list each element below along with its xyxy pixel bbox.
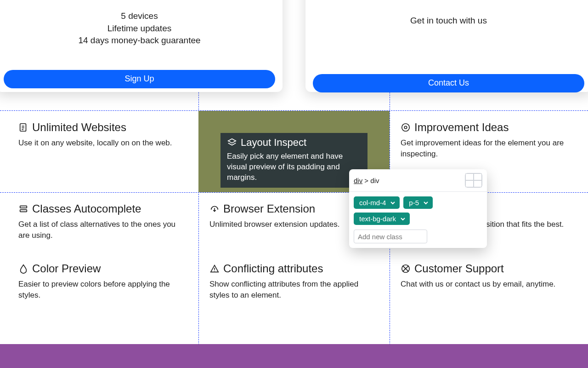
svg-rect-8 <box>20 210 27 212</box>
footer-band <box>0 344 588 368</box>
download-cloud-icon <box>209 204 220 214</box>
target-icon <box>401 122 411 132</box>
feature-desc: Easier to preview colors before applying… <box>18 279 184 301</box>
chip-label: text-bg-dark <box>359 215 396 223</box>
feature-customer-support: Customer Support Chat with us or contact… <box>401 262 555 290</box>
breadcrumb-parent[interactable]: div <box>354 177 362 184</box>
feature-desc: Easily pick any element and have visual … <box>227 151 361 183</box>
class-chip[interactable]: p-5 <box>403 196 433 209</box>
inspector-popup[interactable]: div > div col-md-4 p-5 text-bg-dark <box>349 169 487 248</box>
card-line: Lifetime updates <box>4 23 275 35</box>
droplet-icon <box>18 264 28 274</box>
svg-point-5 <box>402 124 410 132</box>
feature-title: Conflicting attributes <box>223 262 323 275</box>
svg-marker-4 <box>228 139 236 143</box>
pricing-card-enterprise: Get in touch with us Contact Us <box>305 0 588 92</box>
chip-label: col-md-4 <box>359 199 386 207</box>
pricing-card-personal: 5 devices Lifetime updates 14 days money… <box>0 0 283 92</box>
contact-us-button[interactable]: Contact Us <box>313 74 584 92</box>
card-line: 14 days money-back guarantee <box>4 34 275 47</box>
list-icon <box>18 204 28 214</box>
layers-icon <box>227 138 237 148</box>
feature-desc: Show conflicting attributes from the app… <box>209 279 375 301</box>
feature-desc: Use it on any website, locally on on the… <box>18 138 172 149</box>
card-line: 5 devices <box>4 10 275 23</box>
chevron-down-icon <box>390 201 395 205</box>
add-class-input[interactable] <box>354 230 427 243</box>
feature-title: Unlimited Websites <box>32 121 126 134</box>
feature-conflicting-attributes: Conflicting attributes Show conflicting … <box>209 262 375 301</box>
svg-rect-0 <box>20 124 26 132</box>
feature-desc: Get improvement ideas for the element yo… <box>401 138 566 160</box>
sign-up-button[interactable]: Sign Up <box>4 70 275 88</box>
class-chip[interactable]: text-bg-dark <box>354 213 410 225</box>
svg-rect-7 <box>20 206 27 208</box>
feature-title: Layout Inspect <box>241 137 306 149</box>
feature-title: Color Preview <box>32 262 101 275</box>
feature-title: Classes Autocomplete <box>32 202 141 215</box>
class-chip-list: col-md-4 p-5 text-bg-dark <box>349 192 487 230</box>
chip-label: p-5 <box>409 199 419 207</box>
svg-point-13 <box>214 270 215 271</box>
snap-position-icon[interactable] <box>465 173 482 188</box>
feature-title: Improvement Ideas <box>414 121 509 134</box>
card-line: Get in touch with us <box>313 15 584 27</box>
document-icon <box>18 122 28 132</box>
support-icon <box>401 264 411 274</box>
chevron-down-icon <box>424 201 428 205</box>
feature-improvement-ideas: Improvement Ideas Get improvement ideas … <box>401 121 566 160</box>
breadcrumb[interactable]: div > div <box>354 177 379 184</box>
alert-triangle-icon <box>209 264 220 274</box>
feature-classes-autocomplete: Classes Autocomplete Get a list of class… <box>18 202 184 241</box>
feature-desc: Chat with us or contact us by email, any… <box>401 279 555 290</box>
breadcrumb-sep: > <box>362 177 370 184</box>
svg-point-6 <box>404 126 407 129</box>
class-chip[interactable]: col-md-4 <box>354 196 400 209</box>
grid-guide <box>0 192 588 193</box>
feature-color-preview: Color Preview Easier to preview colors b… <box>18 262 184 301</box>
breadcrumb-child[interactable]: div <box>370 177 379 184</box>
feature-title: Browser Extension <box>223 202 315 215</box>
chevron-down-icon <box>401 217 405 221</box>
feature-browser-extension: Browser Extension Unlimited browser exte… <box>209 202 339 230</box>
feature-desc: Get a list of class alternatives to the … <box>18 219 184 241</box>
feature-unlimited-websites: Unlimited Websites Use it on any website… <box>18 121 172 149</box>
feature-desc: Unlimited browser extension updates. <box>209 219 339 230</box>
feature-title: Customer Support <box>414 262 504 275</box>
